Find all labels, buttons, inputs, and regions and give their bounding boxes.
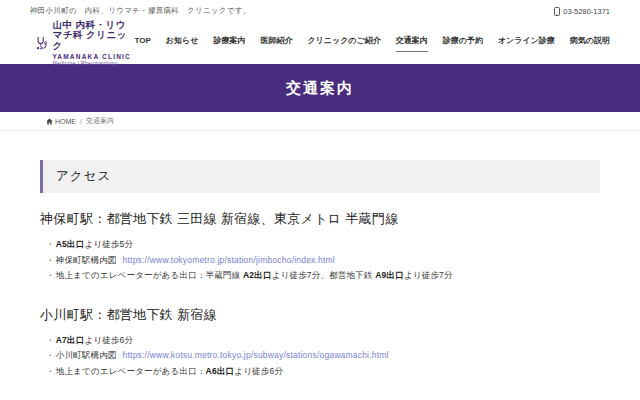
exit-name: A9出口 (375, 270, 404, 280)
site-header: 山中 内科・リウマチ科 クリニック YAMANAKA CLINIC Medici… (0, 22, 640, 64)
phone-icon (554, 7, 560, 16)
nav-item-2[interactable]: 診療案内 (213, 35, 245, 52)
station-section: 神保町駅：都営地下鉄 三田線 新宿線、東京メトロ 半蔵門線A5出口より徒歩5分神… (40, 210, 600, 284)
detail-text: 地上までのエレベーターがある出口： (56, 366, 206, 376)
detail-text: より徒歩6分 (234, 366, 283, 376)
breadcrumb-current: 交通案内 (86, 116, 114, 126)
page: 神田小川町の 内科、リウマチ・膠原病科 クリニックです。 03-5280-137… (0, 0, 640, 400)
station-detail-item: A5出口より徒歩5分 (46, 237, 600, 253)
station-list: 神保町駅：都営地下鉄 三田線 新宿線、東京メトロ 半蔵門線A5出口より徒歩5分神… (40, 210, 600, 400)
breadcrumb: HOME / 交通案内 (0, 112, 640, 131)
detail-text: より徒歩7分 (404, 270, 453, 280)
station-map-link[interactable]: https://www.kotsu.metro.tokyo.jp/subway/… (123, 350, 389, 360)
logo-title: 山中 内科・リウマチ科 クリニック (52, 20, 134, 53)
main-nav: TOPお知らせ診療案内医師紹介クリニックのご紹介交通案内診療の予約オンライン診療… (135, 35, 611, 52)
page-banner: 交通案内 (0, 64, 640, 112)
phone-link[interactable]: 03-5280-1371 (554, 7, 610, 16)
detail-text: 神保町駅構内図 (56, 255, 117, 265)
nav-item-5[interactable]: 交通案内 (396, 35, 428, 52)
nav-item-4[interactable]: クリニックのご紹介 (307, 35, 380, 52)
station-detail-list: A5出口より徒歩5分神保町駅構内図https://www.tokyometro.… (40, 237, 600, 284)
detail-text: より徒歩6分 (84, 335, 133, 345)
exit-name: A6出口 (206, 366, 235, 376)
exit-name: A2出口 (243, 270, 272, 280)
breadcrumb-separator: / (80, 118, 82, 125)
nav-item-1[interactable]: お知らせ (166, 35, 199, 52)
detail-text: より徒歩5分 (84, 239, 133, 249)
station-detail-item: 地上までのエレベーターがある出口：A6出口より徒歩6分 (46, 364, 600, 380)
access-section-heading: アクセス (40, 160, 600, 193)
breadcrumb-home-label: HOME (55, 118, 76, 125)
main-content: アクセス 神保町駅：都営地下鉄 三田線 新宿線、東京メトロ 半蔵門線A5出口より… (0, 131, 640, 400)
nav-item-8[interactable]: 病気の説明 (570, 35, 610, 52)
page-title: 交通案内 (286, 79, 354, 98)
nav-item-7[interactable]: オンライン診療 (498, 35, 555, 52)
station-detail-item: 地上までのエレベーターがある出口：半蔵門線 A2出口より徒歩7分、都営地下鉄 A… (46, 268, 600, 284)
station-title: 小川町駅：都営地下鉄 新宿線 (40, 306, 600, 324)
logo-text: 山中 内科・リウマチ科 クリニック YAMANAKA CLINIC Medici… (52, 20, 134, 67)
logo-tagline: Medicine | Rheumatology (52, 61, 134, 67)
station-section: 小川町駅：都営地下鉄 新宿線A7出口より徒歩6分小川町駅構内図https://w… (40, 306, 600, 380)
breadcrumb-home-link[interactable]: HOME (46, 118, 76, 125)
stethoscope-icon (36, 30, 47, 56)
station-detail-item: 小川町駅構内図https://www.kotsu.metro.tokyo.jp/… (46, 348, 600, 364)
nav-item-0[interactable]: TOP (135, 36, 151, 51)
nav-item-6[interactable]: 診療の予約 (443, 35, 483, 52)
detail-text: 小川町駅構内図 (56, 350, 117, 360)
detail-text: より徒歩7分、都営地下鉄 (272, 270, 376, 280)
station-map-link[interactable]: https://www.tokyometro.jp/station/jimboc… (123, 255, 335, 265)
exit-name: A7出口 (56, 335, 85, 345)
station-detail-item: A7出口より徒歩6分 (46, 333, 600, 349)
phone-number: 03-5280-1371 (563, 7, 610, 16)
station-detail-list: A7出口より徒歩6分小川町駅構内図https://www.kotsu.metro… (40, 333, 600, 380)
exit-name: A5出口 (56, 239, 85, 249)
home-icon (46, 118, 53, 125)
station-title: 神保町駅：都営地下鉄 三田線 新宿線、東京メトロ 半蔵門線 (40, 210, 600, 228)
clinic-logo[interactable]: 山中 内科・リウマチ科 クリニック YAMANAKA CLINIC Medici… (36, 20, 135, 67)
site-tagline: 神田小川町の 内科、リウマチ・膠原病科 クリニックです。 (30, 6, 251, 16)
detail-text: 地上までのエレベーターがある出口：半蔵門線 (56, 270, 243, 280)
station-detail-item: 神保町駅構内図https://www.tokyometro.jp/station… (46, 253, 600, 269)
nav-item-3[interactable]: 医師紹介 (260, 35, 292, 52)
